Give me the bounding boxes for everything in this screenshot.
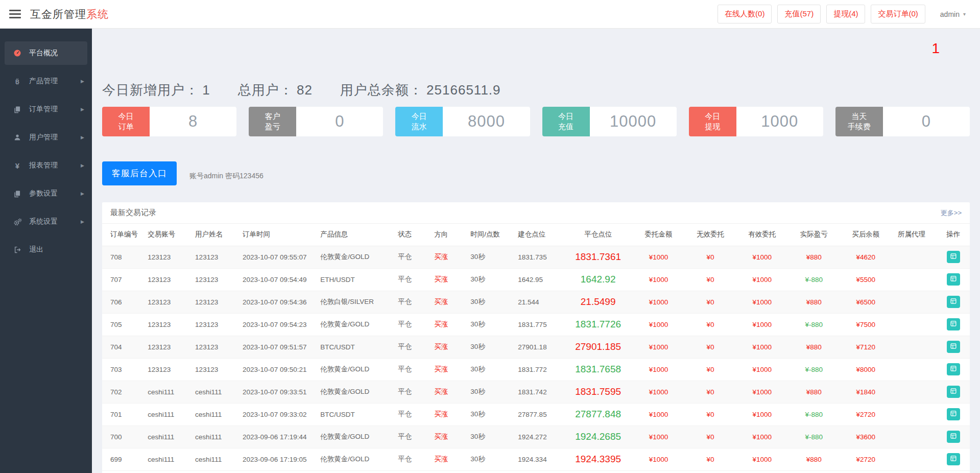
cell-order-time: 2023-09-06 17:19:05 (238, 448, 316, 470)
topbar-quick-stats: 在线人数(0)充值(57)提现(4)交易订单(0) admin ▾ (718, 5, 971, 23)
chevron-right-icon: ▶ (81, 219, 84, 224)
cell-status: 平仓 (394, 313, 430, 336)
summary-label: 总用户： (238, 82, 293, 98)
page-indicator: 1 (931, 40, 940, 57)
cell-order-time: 2023-10-07 09:54:49 (238, 268, 316, 291)
cell-open-point: 1831.735 (514, 246, 565, 268)
cell-order-no: 704 (102, 336, 144, 358)
cell-close-point: 21.5499 (566, 291, 631, 313)
sidebar-item-report-management[interactable]: ¥报表管理▶ (0, 154, 92, 177)
main-content: 1 今日新增用户： 1总用户： 82用户总余额： 25166511.9 今日订单… (92, 29, 980, 473)
cell-direction: 买涨 (430, 448, 466, 470)
row-detail-button[interactable] (947, 386, 960, 398)
cell-direction: 买涨 (430, 313, 466, 336)
header-stat-button-deposits[interactable]: 充值(57) (777, 5, 821, 23)
action-cell (937, 381, 970, 403)
stat-box-today-turnover: 今日流水8000 (395, 107, 530, 136)
service-row: 客服后台入口 账号admin 密码123456 (102, 161, 970, 185)
sidebar-item-logout[interactable]: 退出 (0, 238, 92, 262)
cell-invalid-entrust: ¥0 (686, 448, 734, 470)
cell-direction: 买涨 (430, 246, 466, 268)
trades-table: 订单编号交易账号用户姓名订单时间产品信息状态方向时间/点数建仓点位平仓点位委托金… (102, 224, 970, 471)
row-detail-button[interactable] (947, 318, 960, 330)
cell-status: 平仓 (394, 358, 430, 381)
cell-valid-entrust: ¥1000 (734, 425, 790, 448)
stat-box-label: 客户盈亏 (249, 107, 296, 136)
stat-box-today-orders: 今日订单8 (102, 107, 236, 136)
cell-balance-after: ¥6500 (838, 291, 894, 313)
action-table-icon (950, 455, 957, 463)
cell-invalid-entrust: ¥0 (686, 246, 734, 268)
row-detail-button[interactable] (947, 296, 960, 308)
sidebar-item-parameter-settings[interactable]: 参数设置▶ (0, 182, 92, 205)
cell-open-point: 21.544 (514, 291, 565, 313)
column-header: 有效委托 (734, 224, 790, 246)
column-header: 无效委托 (686, 224, 734, 246)
header-stat-button-withdrawals[interactable]: 提现(4) (826, 5, 865, 23)
header-stat-button-trade-orders[interactable]: 交易订单(0) (871, 5, 925, 23)
cell-order-no: 708 (102, 246, 144, 268)
cell-valid-entrust: ¥1000 (734, 313, 790, 336)
stat-box-value: 0 (296, 107, 383, 136)
cell-actual-pnl: ¥880 (790, 246, 838, 268)
row-detail-button[interactable] (947, 453, 960, 465)
menu-toggle-icon[interactable] (9, 8, 21, 20)
stat-box-label: 今日提现 (689, 107, 736, 136)
cell-order-time: 2023-09-06 17:19:44 (238, 425, 316, 448)
service-portal-button[interactable]: 客服后台入口 (102, 161, 177, 185)
row-detail-button[interactable] (947, 273, 960, 286)
cell-agent (894, 381, 937, 403)
column-header: 所属代理 (894, 224, 937, 246)
topbar: 互金所管理系统 在线人数(0)充值(57)提现(4)交易订单(0) admin … (0, 0, 980, 29)
action-cell (937, 403, 970, 425)
user-dropdown[interactable]: admin ▾ (935, 6, 971, 22)
cell-valid-entrust: ¥1000 (734, 381, 790, 403)
summary-value: 82 (297, 82, 313, 98)
cell-balance-after: ¥3600 (838, 425, 894, 448)
stat-box-today-deposit: 今日充值10000 (542, 107, 677, 136)
cell-duration: 30秒 (466, 291, 514, 313)
action-table-icon (950, 320, 957, 328)
cell-actual-pnl: ¥880 (790, 448, 838, 470)
action-cell (937, 268, 970, 291)
cell-open-point: 1642.95 (514, 268, 565, 291)
row-detail-button[interactable] (947, 363, 960, 375)
cell-username: 123123 (191, 291, 238, 313)
row-detail-button[interactable] (947, 341, 960, 353)
cell-username: ceshi111 (191, 403, 238, 425)
cell-product: 伦敦黄金/GOLD (316, 246, 394, 268)
cell-username: 123123 (191, 268, 238, 291)
row-detail-button[interactable] (947, 408, 960, 420)
stat-box-value: 8 (150, 107, 236, 136)
cell-status: 平仓 (394, 291, 430, 313)
cell-status: 平仓 (394, 448, 430, 470)
table-row-701: 701ceshi111ceshi1112023-10-07 09:33:02BT… (102, 403, 970, 425)
sidebar-item-label: 平台概况 (29, 49, 58, 58)
sidebar-item-system-settings[interactable]: 系统设置▶ (0, 210, 92, 233)
summary-stat-0: 今日新增用户： 1 (102, 81, 210, 99)
cell-product: 伦敦黄金/GOLD (316, 425, 394, 448)
row-detail-button[interactable] (947, 251, 960, 263)
cell-agent (894, 358, 937, 381)
yen-icon: ¥ (12, 162, 22, 170)
sidebar-item-product-management[interactable]: B产品管理▶ (0, 69, 92, 93)
more-link[interactable]: 更多>> (941, 208, 962, 218)
user-icon (12, 134, 22, 141)
header-stat-button-online-users[interactable]: 在线人数(0) (718, 5, 772, 23)
summary-stat-2: 用户总余额： 25166511.9 (340, 81, 501, 99)
cell-entrust-amount: ¥1000 (631, 268, 687, 291)
cell-valid-entrust: ¥1000 (734, 448, 790, 470)
cell-open-point: 27877.85 (514, 403, 565, 425)
cell-actual-pnl: ¥880 (790, 381, 838, 403)
cell-open-point: 1831.742 (514, 381, 565, 403)
sidebar-item-user-management[interactable]: 用户管理▶ (0, 126, 92, 149)
sidebar-item-order-management[interactable]: 订单管理▶ (0, 98, 92, 121)
action-table-icon (950, 365, 957, 373)
cell-status: 平仓 (394, 403, 430, 425)
cell-invalid-entrust: ¥0 (686, 268, 734, 291)
chevron-right-icon: ▶ (81, 135, 84, 140)
sidebar-item-platform-overview[interactable]: 平台概况 (5, 41, 87, 65)
row-detail-button[interactable] (947, 431, 960, 443)
sidebar-item-label: 系统设置 (29, 217, 58, 226)
cell-account: ceshi111 (144, 448, 191, 470)
